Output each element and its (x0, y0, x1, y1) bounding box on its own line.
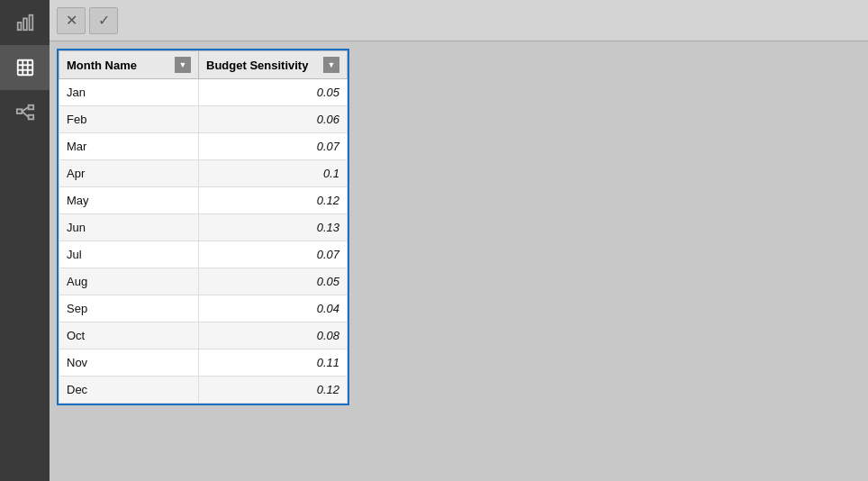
table-row: Mar0.07 (59, 133, 348, 160)
month-cell: Mar (59, 133, 199, 160)
budget-value-cell: 0.04 (199, 295, 348, 322)
budget-value-cell: 0.05 (199, 79, 348, 106)
table-row: Jul0.07 (59, 241, 348, 268)
table-row: May0.12 (59, 187, 348, 214)
sidebar-item-diagram[interactable] (0, 90, 50, 135)
month-cell: Sep (59, 295, 199, 322)
column-header-budget: Budget Sensitivity ▼ (199, 51, 348, 79)
table-row: Dec0.12 (59, 377, 348, 404)
month-cell: Apr (59, 160, 199, 187)
table-row: Oct0.08 (59, 322, 348, 349)
month-cell: Jan (59, 79, 199, 106)
table-row: Feb0.06 (59, 106, 348, 133)
column-month-label: Month Name (67, 59, 137, 72)
table-row: Nov0.11 (59, 349, 348, 377)
table-icon (15, 58, 35, 77)
budget-filter-dropdown[interactable]: ▼ (323, 57, 339, 73)
month-cell: Jul (59, 241, 199, 268)
chart-icon (15, 13, 35, 32)
toolbar: ✕ ✓ (50, 0, 868, 41)
month-cell: May (59, 187, 199, 214)
svg-rect-0 (17, 23, 21, 30)
table-row: Sep0.04 (59, 295, 348, 322)
budget-value-cell: 0.07 (199, 241, 348, 268)
month-cell: Feb (59, 106, 199, 133)
svg-rect-8 (16, 109, 22, 113)
budget-value-cell: 0.13 (199, 214, 348, 241)
budget-value-cell: 0.05 (199, 268, 348, 295)
month-cell: Aug (59, 268, 199, 295)
table-row: Aug0.05 (59, 268, 348, 295)
budget-value-cell: 0.08 (199, 322, 348, 349)
budget-value-cell: 0.07 (199, 133, 348, 160)
column-header-month: Month Name ▼ (59, 51, 199, 79)
budget-value-cell: 0.12 (199, 377, 348, 404)
svg-line-12 (22, 112, 28, 117)
data-table-container: Month Name ▼ Budget Sensitivity ▼ (57, 49, 349, 405)
svg-rect-9 (28, 105, 32, 110)
budget-value-cell: 0.1 (199, 160, 348, 187)
budget-value-cell: 0.12 (199, 187, 348, 214)
month-cell: Nov (59, 349, 199, 377)
table-row: Apr0.1 (59, 160, 348, 187)
svg-rect-10 (28, 115, 32, 120)
svg-rect-3 (17, 60, 32, 76)
table-row: Jun0.13 (59, 214, 348, 241)
budget-value-cell: 0.06 (199, 106, 348, 133)
month-cell: Oct (59, 322, 199, 349)
sidebar-item-chart[interactable] (0, 0, 50, 45)
confirm-button[interactable]: ✓ (89, 7, 118, 34)
content-area: Month Name ▼ Budget Sensitivity ▼ (50, 41, 868, 481)
sidebar-item-table[interactable] (0, 45, 50, 90)
svg-rect-1 (23, 18, 27, 30)
sidebar (0, 0, 50, 481)
data-table: Month Name ▼ Budget Sensitivity ▼ (59, 50, 348, 404)
main-panel: ✕ ✓ Month Name ▼ Budge (50, 0, 868, 481)
svg-rect-2 (29, 15, 32, 31)
diagram-icon (15, 103, 35, 123)
svg-line-11 (22, 107, 28, 112)
table-row: Jan0.05 (59, 79, 348, 106)
budget-value-cell: 0.11 (199, 349, 348, 377)
cancel-button[interactable]: ✕ (57, 7, 86, 34)
month-cell: Jun (59, 214, 199, 241)
month-cell: Dec (59, 377, 199, 404)
month-filter-dropdown[interactable]: ▼ (175, 57, 191, 73)
column-budget-label: Budget Sensitivity (206, 59, 308, 72)
